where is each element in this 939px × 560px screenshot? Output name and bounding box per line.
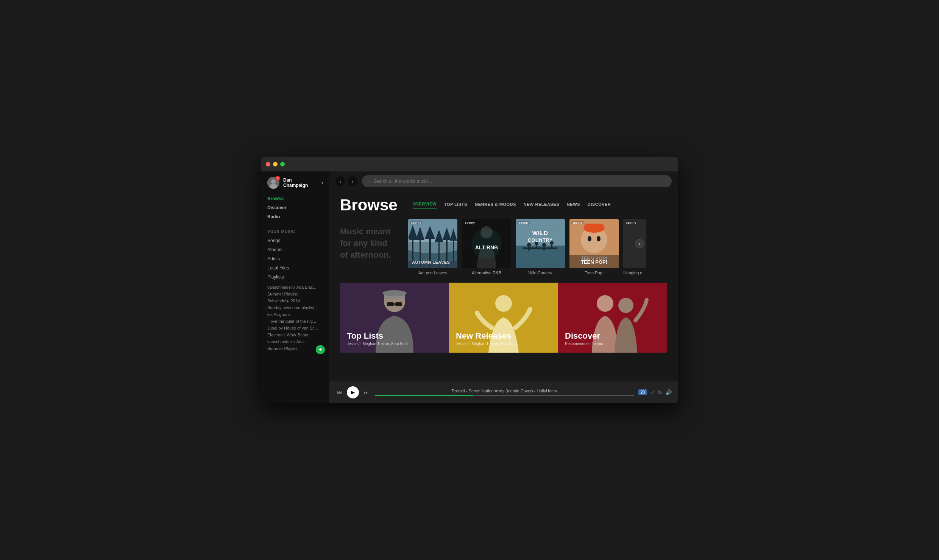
svg-rect-52 [395, 302, 402, 306]
playlist-item[interactable]: Summer Playlist [261, 291, 329, 297]
progress-bar[interactable] [375, 395, 634, 396]
playlist-item[interactable]: les Avignons [261, 311, 329, 318]
genre-card-partial[interactable]: spotify › Hanging o... [623, 219, 646, 275]
featured-card-discover[interactable]: Discover Recommended for you [558, 283, 667, 353]
page-title: Browse [340, 197, 398, 213]
volume-icon[interactable]: 🔊 [665, 389, 672, 395]
featured-card-top-lists[interactable]: Top Lists Jessie J, Meghan Trainor, Sam … [340, 283, 449, 353]
teen-bg: spotify [569, 219, 619, 268]
svg-rect-41 [585, 224, 604, 230]
svg-rect-51 [387, 302, 394, 306]
genre-label-partial: Hanging o... [623, 271, 646, 275]
spotify-logo-icon: spotify [518, 221, 530, 224]
minimize-button[interactable] [273, 162, 278, 166]
discover-subtitle: Recommended for you [565, 342, 660, 346]
sidebar-item-albums[interactable]: Albums [261, 245, 329, 254]
maximize-button[interactable] [280, 162, 285, 166]
svg-point-55 [495, 295, 512, 312]
discover-title: Discover [565, 331, 660, 341]
svg-text:WILD: WILD [532, 230, 548, 236]
genre-cards-row: spotify [408, 219, 667, 275]
notification-badge: 1 [275, 176, 280, 181]
wild-scene-icon: WILD COUNTRY [516, 219, 565, 268]
teen-scene-icon: TEEN POP! TEEN POP! [569, 219, 619, 268]
quality-badge: 23 [638, 389, 647, 395]
progress-bar-section[interactable] [375, 395, 634, 396]
sidebar-item-songs[interactable]: Songs [261, 236, 329, 245]
track-info-section: Teemid - Seven Nation Army (teemid Cover… [375, 389, 634, 396]
altrnb-scene-icon: ALT RNB [462, 219, 511, 268]
now-playing-bar: ⏮ ▶ ⏭ Teemid - Seven Nation Army (teemid… [329, 381, 678, 403]
playlist-item[interactable]: vanschneider x Ada... [261, 338, 329, 345]
sidebar-item-browse[interactable]: Browse [267, 194, 323, 203]
genre-label-teen: Teen Pop! [569, 271, 619, 275]
add-playlist-button[interactable]: + [316, 345, 325, 354]
playlist-item[interactable]: Schwindelig 2014 [261, 297, 329, 304]
genre-label-altrnb: Alternative R&B [462, 271, 511, 275]
genre-card-autumn[interactable]: spotify [408, 219, 457, 275]
app-body: 1 Dan Champaign ▾ Browse Discover Radio … [261, 171, 678, 403]
spotify-logo-icon: spotify [625, 221, 637, 224]
svg-rect-53 [394, 303, 395, 305]
spotify-logo-icon: spotify [571, 221, 583, 224]
playlist-item[interactable]: Electronic Work Beats [261, 331, 329, 338]
genre-label-wild: Wild Country [516, 271, 565, 275]
sidebar-item-artists[interactable]: Artists [261, 254, 329, 263]
username: Dan Champaign [283, 177, 318, 188]
titlebar [261, 157, 678, 171]
forward-button[interactable]: › [348, 176, 357, 186]
browse-tabs: OVERVIEW TOP LISTS GENRES & MOODS NEW RE… [413, 197, 611, 208]
tab-new-releases[interactable]: NEW RELEASES [524, 201, 559, 208]
genre-card-altrnb[interactable]: spotify [462, 219, 511, 275]
play-pause-button[interactable]: ▶ [347, 386, 359, 398]
sidebar-item-local-files[interactable]: Local Files [261, 263, 329, 272]
tab-news[interactable]: NEWS [567, 201, 580, 208]
progress-fill [375, 395, 473, 396]
svg-point-42 [588, 236, 591, 241]
tab-discover[interactable]: DISCOVER [588, 201, 611, 208]
user-section[interactable]: 1 Dan Champaign ▾ [261, 171, 329, 194]
genre-img-teen: spotify [569, 219, 619, 268]
wild-bg: spotify [516, 219, 565, 268]
spotify-logo-icon: spotify [410, 221, 422, 224]
playlist-item[interactable]: Sunday awesome playlist... [261, 304, 329, 311]
svg-point-50 [382, 290, 407, 296]
genre-img-wild: spotify [516, 219, 565, 268]
genre-card-teen[interactable]: spotify [569, 219, 619, 275]
playback-options: 23 ⇌ ↻ 🔊 [638, 389, 672, 395]
sidebar-item-playlists[interactable]: Playlists [261, 272, 329, 282]
search-bar: ⌕ [362, 175, 672, 187]
tab-genres-moods[interactable]: GENRES & MOODS [475, 201, 516, 208]
previous-button[interactable]: ⏮ [335, 388, 344, 397]
tab-overview[interactable]: OVERVIEW [413, 200, 437, 208]
featured-row: Top Lists Jessie J, Meghan Trainor, Sam … [340, 283, 667, 353]
search-icon: ⌕ [367, 179, 370, 184]
spotify-logo-icon: spotify [464, 221, 476, 224]
svg-point-57 [597, 295, 613, 312]
nav-arrows: ‹ › [335, 176, 357, 186]
sidebar-item-radio[interactable]: Radio [267, 212, 323, 221]
browse-area: Browse OVERVIEW TOP LISTS GENRES & MOODS… [329, 191, 678, 381]
shuffle-icon[interactable]: ⇌ [650, 389, 655, 395]
close-button[interactable] [266, 162, 270, 166]
repeat-icon[interactable]: ↻ [658, 389, 662, 395]
topbar: ‹ › ⌕ [329, 171, 678, 191]
svg-text:ALT RNB: ALT RNB [475, 244, 498, 250]
playlist-item[interactable]: Jubel by House of van Sc... [261, 325, 329, 331]
next-genre-button[interactable]: › [635, 239, 644, 248]
playlist-item[interactable]: I love the quiet of the nig... [261, 318, 329, 325]
back-button[interactable]: ‹ [335, 176, 345, 186]
tab-top-lists[interactable]: TOP LISTS [444, 201, 467, 208]
genre-card-wild[interactable]: spotify [516, 219, 565, 275]
search-input[interactable] [373, 179, 666, 184]
avatar-wrap: 1 [267, 177, 279, 189]
next-button[interactable]: ⏭ [362, 388, 370, 397]
svg-point-1 [271, 179, 276, 184]
sidebar-item-discover[interactable]: Discover [267, 203, 323, 212]
sidebar-nav: Browse Discover Radio [261, 194, 329, 225]
playlist-item[interactable]: vanschneider x Ada Blac... [261, 284, 329, 291]
featured-card-new-releases[interactable]: New Releases Jessie J, Meghan Trainor, S… [449, 283, 558, 353]
svg-rect-29 [528, 247, 530, 250]
playback-controls: ⏮ ▶ ⏭ [335, 386, 370, 398]
svg-rect-31 [536, 246, 537, 249]
